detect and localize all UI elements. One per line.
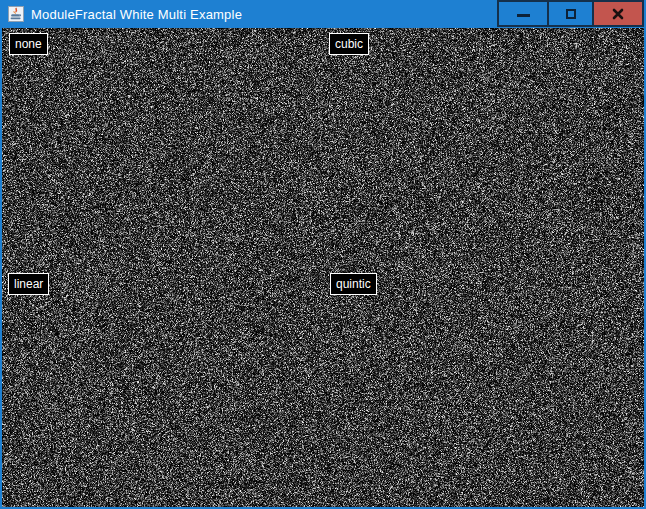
interp-label-none: none xyxy=(9,33,48,55)
minimize-button[interactable] xyxy=(497,0,549,27)
noise-render-area: none cubic linear quintic xyxy=(2,28,644,507)
interp-label-cubic: cubic xyxy=(329,33,369,55)
minimize-icon xyxy=(517,14,530,17)
app-window: ModuleFractal White Multi Example none c… xyxy=(0,0,646,509)
noise-canvas xyxy=(2,28,644,507)
titlebar[interactable]: ModuleFractal White Multi Example xyxy=(2,0,644,28)
maximize-icon xyxy=(566,9,576,19)
interp-label-linear: linear xyxy=(8,273,49,295)
close-button[interactable] xyxy=(592,0,644,27)
interp-label-quintic: quintic xyxy=(330,273,377,295)
maximize-button[interactable] xyxy=(547,0,594,27)
java-coffee-cup-icon xyxy=(8,6,24,22)
close-icon xyxy=(612,8,624,20)
window-title: ModuleFractal White Multi Example xyxy=(31,7,242,22)
window-controls xyxy=(497,0,644,27)
